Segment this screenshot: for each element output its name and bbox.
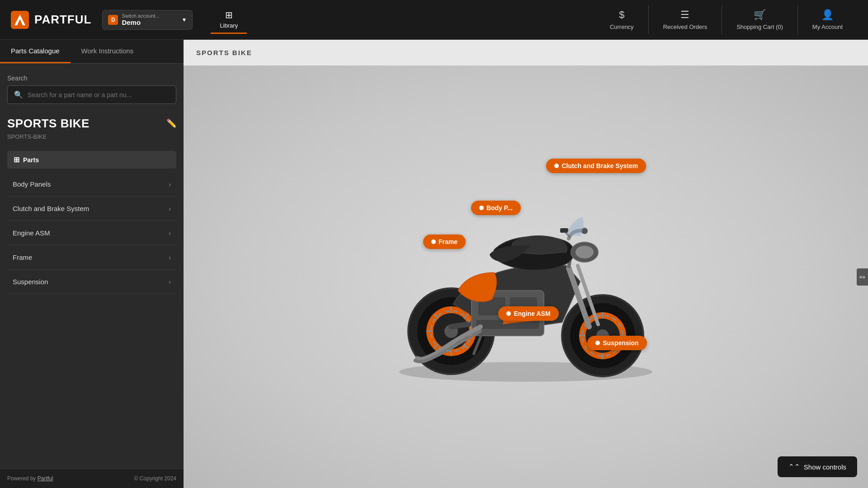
my-account-icon: 👤 (821, 9, 834, 21)
sidebar-content: Search 🔍 SPORTS BIKE ✏️ SPORTS-BIKE ⊞ Pa… (0, 64, 184, 469)
nav-library[interactable]: ⊞ Library (211, 6, 247, 34)
parts-list-item[interactable]: Suspension› (7, 270, 176, 294)
chevron-right-icon: › (169, 180, 171, 188)
nav-right: $ Currency ☰ Received Orders 🛒 Shopping … (595, 5, 857, 34)
nav-received-orders[interactable]: ☰ Received Orders (649, 5, 722, 34)
chevron-right-icon: › (169, 278, 171, 286)
svg-rect-35 (560, 228, 568, 233)
nav-my-account[interactable]: 👤 My Account (798, 5, 857, 34)
tab-work-instructions[interactable]: Work Instructions (71, 40, 145, 63)
search-label: Search (7, 75, 176, 82)
account-switcher-name: Demo (122, 19, 141, 26)
sidebar-footer: Powered by Partful © Copyright 2024 (0, 469, 184, 488)
hotspot-engine-asm[interactable]: Engine ASM (498, 306, 558, 321)
logo-text: PARTFUL (34, 13, 91, 27)
parts-list-item[interactable]: Body Panels› (7, 172, 176, 197)
account-initial: D (108, 15, 118, 25)
footer-powered-text: Powered by Partful (7, 475, 53, 482)
side-collapse-button[interactable]: «» (857, 268, 868, 286)
my-account-label: My Account (812, 23, 843, 30)
parts-list-item[interactable]: Frame› (7, 245, 176, 270)
footer-brand-link[interactable]: Partful (38, 475, 53, 482)
svg-point-32 (576, 246, 594, 258)
show-controls-label: Show controls (804, 463, 846, 471)
footer-copyright: © Copyright 2024 (134, 475, 176, 482)
top-navigation: PARTFUL D Switch account... Demo ▼ ⊞ Lib… (0, 0, 868, 40)
library-label: Library (220, 22, 238, 29)
search-box[interactable]: 🔍 (7, 85, 176, 104)
edit-icon[interactable]: ✏️ (166, 118, 176, 128)
parts-header-label: Parts (23, 156, 39, 164)
logo-area: PARTFUL (11, 11, 91, 29)
grid-icon: ⊞ (14, 155, 19, 164)
hotspot-clutch-brake[interactable]: Clutch and Brake System (546, 159, 646, 173)
chevron-right-icon: › (169, 253, 171, 261)
svg-rect-0 (11, 11, 29, 29)
nav-center: ⊞ Library (211, 6, 247, 34)
parts-list: Body Panels›Clutch and Brake System›Engi… (7, 172, 176, 294)
nav-shopping-cart[interactable]: 🛒 Shopping Cart (0) (722, 5, 798, 34)
main-view: SPORTS BIKE (184, 40, 868, 488)
bike-container: Clutch and Brake System Body P... Frame … (184, 66, 868, 488)
account-switcher[interactable]: D Switch account... Demo ▼ (102, 10, 193, 30)
currency-icon: $ (619, 9, 624, 21)
parts-list-item[interactable]: Engine ASM› (7, 221, 176, 245)
shopping-cart-label: Shopping Cart (0) (736, 23, 783, 30)
account-switcher-info: Switch account... Demo (122, 13, 159, 27)
product-code: SPORTS-BIKE (7, 133, 176, 140)
show-controls-button[interactable]: ⌃⌃ Show controls (778, 456, 857, 477)
partful-logo-icon (11, 11, 29, 29)
parts-item-label: Suspension (13, 278, 48, 286)
motorcycle-illustration (363, 164, 689, 390)
product-title: SPORTS BIKE (7, 117, 90, 131)
parts-item-label: Frame (13, 253, 32, 261)
parts-item-label: Engine ASM (13, 229, 50, 237)
currency-label: Currency (610, 23, 634, 30)
shopping-cart-icon: 🛒 (754, 9, 766, 21)
chevron-right-icon: › (169, 229, 171, 237)
main-title: SPORTS BIKE (184, 40, 868, 66)
nav-currency[interactable]: $ Currency (595, 5, 649, 34)
account-switcher-arrow-icon: ▼ (182, 17, 187, 23)
content-area: Parts Catalogue Work Instructions Search… (0, 40, 868, 488)
hotspot-suspension[interactable]: Suspension (587, 336, 646, 350)
parts-list-item[interactable]: Clutch and Brake System› (7, 197, 176, 221)
account-switcher-label: Switch account... (122, 13, 159, 19)
search-icon: 🔍 (14, 90, 23, 99)
hotspot-frame[interactable]: Frame (423, 235, 466, 249)
tab-parts-catalogue[interactable]: Parts Catalogue (0, 40, 71, 63)
product-title-area: SPORTS BIKE ✏️ (7, 117, 176, 131)
parts-item-label: Clutch and Brake System (13, 205, 89, 212)
received-orders-label: Received Orders (663, 23, 708, 30)
chevron-right-icon: › (169, 205, 171, 212)
sidebar: Parts Catalogue Work Instructions Search… (0, 40, 184, 488)
hotspot-body-panels[interactable]: Body P... (471, 201, 521, 215)
library-icon: ⊞ (225, 9, 233, 20)
sidebar-tabs: Parts Catalogue Work Instructions (0, 40, 184, 64)
parts-header: ⊞ Parts (7, 151, 176, 169)
received-orders-icon: ☰ (680, 9, 689, 21)
parts-item-label: Body Panels (13, 180, 51, 188)
search-input[interactable] (28, 91, 170, 99)
chevron-up-icon: ⌃⌃ (788, 463, 800, 471)
